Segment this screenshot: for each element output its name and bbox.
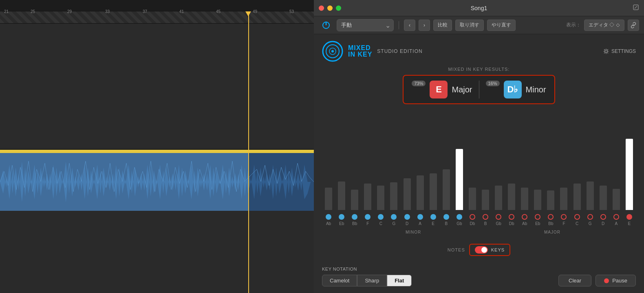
eq-bars-container (322, 109, 636, 210)
note-dots-container: AbEbBbFCGDAEBGbDbBGbDbAbEbBbFCGDAE (322, 212, 636, 228)
note-dot-17 (548, 214, 554, 220)
key1-note: E (436, 84, 442, 95)
note-label-1: Eb (339, 221, 344, 226)
plugin-content: MIXEDIN KEY STUDIO EDITION SETTINGS MIXE… (314, 34, 644, 293)
settings-button[interactable]: SETTINGS (603, 48, 636, 54)
note-dot-23 (626, 214, 632, 220)
brand-name: MIXEDIN KEY (348, 45, 372, 58)
eq-bar-wrapper-15 (518, 109, 531, 210)
nav-back-button[interactable]: ‹ (404, 20, 415, 31)
striped-area (0, 11, 314, 24)
note-label-3: F (366, 221, 369, 226)
note-dot-wrapper-9: B (440, 214, 453, 226)
eq-bar-7 (417, 175, 424, 210)
note-dot-wrapper-2: Bb (348, 214, 361, 226)
eq-bar-15 (521, 188, 528, 210)
eq-bar-22 (613, 189, 620, 210)
svg-marker-4 (616, 24, 620, 27)
ruler-mark-45: 45 (216, 9, 221, 14)
eq-bar-wrapper-23 (623, 109, 636, 210)
eq-bar-5 (390, 182, 397, 210)
maximize-button[interactable] (336, 5, 341, 11)
eq-bar-0 (325, 188, 332, 210)
compare-button[interactable]: 比較 (433, 20, 452, 31)
note-dot-1 (339, 214, 344, 220)
close-button[interactable] (319, 5, 324, 11)
results-label: MIXED IN KEY RESULTS: (448, 67, 510, 72)
settings-label: SETTINGS (611, 48, 636, 54)
toggle-knob (481, 247, 487, 253)
key1-type: Major (452, 85, 472, 94)
note-dot-15 (522, 214, 527, 220)
eq-bar-2 (351, 190, 358, 210)
mode-dropdown[interactable]: 手動 (337, 19, 394, 31)
pause-button[interactable]: Pause (595, 275, 636, 286)
eq-bar-wrapper-22 (610, 109, 623, 210)
editor-button[interactable]: エディタ ◇ (584, 20, 624, 31)
view-label: 表示： (566, 22, 581, 28)
note-dot-13 (496, 214, 501, 220)
svg-point-9 (605, 50, 607, 52)
eq-bar-wrapper-21 (597, 109, 610, 210)
note-dot-wrapper-12: B (479, 214, 492, 226)
note-label-22: A (615, 221, 618, 226)
notation-row: Camelot Sharp Flat Clear Pause (322, 275, 636, 286)
note-label-18: F (562, 221, 565, 226)
notation-flat-button[interactable]: Flat (387, 275, 412, 286)
note-label-10: Gb (457, 221, 462, 226)
note-dot-wrapper-15: Ab (518, 214, 531, 226)
nav-forward-button[interactable]: › (419, 20, 430, 31)
note-dot-4 (378, 214, 384, 220)
ruler-mark-49: 49 (253, 9, 257, 14)
notes-keys-toggle[interactable] (475, 246, 488, 254)
eq-bar-4 (377, 186, 384, 210)
editor-diamond-icon (616, 23, 620, 27)
plugin-header: MIXEDIN KEY STUDIO EDITION SETTINGS (322, 41, 636, 62)
minimize-button[interactable] (327, 5, 333, 11)
note-dot-5 (391, 214, 397, 220)
eq-bar-21 (600, 186, 607, 210)
note-dot-wrapper-17: Bb (544, 214, 557, 226)
note-dot-14 (509, 214, 514, 220)
eq-section: AbEbBbFCGDAEBGbDbBGbDbAbEbBbFCGDAE MINOR… (322, 109, 636, 236)
note-label-14: Db (509, 221, 514, 226)
note-dot-wrapper-5: G (387, 214, 400, 226)
major-label: MAJOR (544, 230, 560, 234)
note-dot-wrapper-3: F (361, 214, 374, 226)
eq-bar-14 (508, 184, 515, 210)
power-button[interactable] (319, 18, 333, 33)
waveform-svg (0, 153, 314, 211)
notation-sharp-button[interactable]: Sharp (357, 275, 387, 286)
note-dot-wrapper-16: Eb (531, 214, 544, 226)
edition-label: STUDIO EDITION (377, 48, 422, 54)
undo-button[interactable]: 取り消す (455, 20, 484, 31)
note-dot-wrapper-1: Eb (335, 214, 348, 226)
note-dot-20 (587, 214, 593, 220)
note-label-4: C (379, 221, 382, 226)
brand-area: MIXEDIN KEY STUDIO EDITION (322, 41, 423, 62)
notation-label: KEY NOTATION (322, 267, 636, 271)
note-dot-2 (352, 214, 357, 220)
eq-bar-8 (430, 173, 437, 210)
editor-button-label: エディタ ◇ (589, 22, 614, 28)
link-button[interactable] (628, 20, 639, 31)
clear-button[interactable]: Clear (558, 275, 591, 286)
eq-bar-wrapper-0 (322, 109, 335, 210)
note-dot-wrapper-18: F (557, 214, 570, 226)
note-dot-wrapper-8: E (427, 214, 440, 226)
svg-line-1 (635, 6, 637, 9)
note-label-21: D (602, 221, 604, 226)
clip-header (0, 150, 314, 153)
eq-bar-wrapper-7 (414, 109, 427, 210)
pause-dot-icon (604, 278, 609, 283)
eq-bar-18 (560, 188, 567, 210)
note-dot-wrapper-23: E (623, 214, 636, 226)
note-dot-wrapper-20: G (584, 214, 597, 226)
key1-percent: 73% (412, 81, 426, 86)
ruler-mark-25: 25 (31, 9, 35, 14)
redo-button[interactable]: やり直す (487, 20, 516, 31)
eq-bar-wrapper-9 (440, 109, 453, 210)
note-dot-12 (483, 214, 488, 220)
eq-bar-13 (495, 186, 502, 210)
notation-camelot-button[interactable]: Camelot (322, 275, 357, 286)
